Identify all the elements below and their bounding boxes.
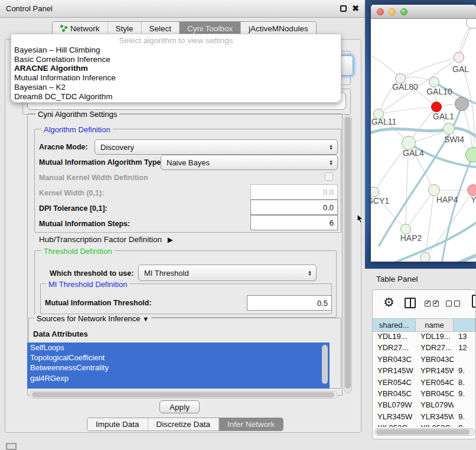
mi-type-combo[interactable]: Naive Bayes ▲▼ [161,155,338,170]
node-label: GCY1 [371,196,389,206]
attribute-item[interactable]: TopologicalCoefficient [27,353,330,363]
tab-cyni-toolbox[interactable]: Cyni Toolbox [180,22,241,35]
network-node-right-pink[interactable] [467,184,476,196]
network-node-gray-node[interactable] [455,97,469,111]
table-cell: YBL079W [373,400,416,412]
mi-type-value: Naive Bayes [167,158,210,167]
bottom-tab-impute-data[interactable]: Impute Data [87,418,148,431]
table-row[interactable]: YLR345WYLR345W9. [373,412,475,423]
settings-vertical-scrollbar[interactable] [344,115,352,393]
mi-steps-field[interactable]: 6 [250,215,338,230]
hub-definition-toggle[interactable]: Hub/Transcription Factor Definition ▶ [39,235,173,244]
table-cell: YBR043C [416,355,454,366]
settings-group-title: Cyni Algorithm Settings [35,110,119,119]
network-node-swi4[interactable] [443,123,455,135]
network-node-hap4[interactable] [428,184,440,196]
data-attributes-list[interactable]: SelfLoopsTopologicalCoefficientBetweenne… [27,343,330,389]
stepper-icon: ▲▼ [329,144,333,150]
bottom-tab-discretize-data[interactable]: Discretize Data [148,418,220,431]
table-horizontal-scrollbar[interactable] [374,428,475,436]
bottom-tab-infer-network[interactable]: Infer Network [219,418,283,431]
algorithm-option[interactable]: Dream8 DC_TDC Algorithm [11,92,341,102]
kernel-width-value: 0.0 [323,188,334,197]
table-cell: YBR043C [373,355,416,366]
gear-icon[interactable]: ⚙ [383,296,395,309]
table-cell: YIL052C [416,423,454,427]
table-cell: YBL079W [416,400,454,412]
network-node-bottom-partial[interactable] [420,252,431,262]
minimize-light-icon[interactable] [389,8,396,15]
apply-button[interactable]: Apply [159,400,200,413]
collapsed-panel-icon[interactable] [6,443,17,450]
node-label: GAL4 [403,148,424,158]
mi-steps-label: Mutual Information Steps: [39,220,130,228]
which-threshold-combo[interactable]: MI Threshold ▲▼ [138,265,317,281]
attribute-item[interactable]: BetweennessCentrality [27,363,330,373]
control-panel-titlebar: Control Panel ✖ [0,0,365,18]
mouse-cursor [357,214,364,224]
table-cell: YBR045C [373,389,416,400]
attribute-item[interactable]: SelfLoops [27,343,330,353]
mi-threshold-value: 0.5 [317,299,328,308]
table-row[interactable]: YIL052CYIL052C9 [373,423,475,427]
unchecked-boxes-icon[interactable] [446,301,460,306]
network-view-window[interactable]: GALGAL80GAL10GAL1GAL11SWI4GAL4GCY1HAP4YH… [371,5,476,262]
column-header[interactable]: name [416,319,454,331]
network-canvas[interactable]: GALGAL80GAL10GAL1GAL11SWI4GAL4GCY1HAP4YH… [371,19,476,262]
checked-boxes-icon[interactable] [425,301,439,306]
algorithm-dropdown-list: Select algorithm to view settings Bayesi… [11,34,341,103]
algorithm-option[interactable]: Basic Correlation Inference [11,55,341,64]
stepper-icon: ▲▼ [308,270,312,276]
table-cell: YDR27... [373,343,416,354]
table-row[interactable]: YBL079WYBL079W [373,400,475,412]
kernel-width-field[interactable]: 0.0 [250,184,338,200]
mi-threshold-group-title: MI Threshold Definition [46,280,129,289]
document-icon[interactable] [472,295,476,308]
attribute-item[interactable]: gal4RGexp [27,373,330,383]
column-header[interactable]: shared... [373,319,416,331]
table-toolbar: ⚙ [373,290,475,318]
node-label: GAL80 [392,82,418,92]
table-row[interactable]: YBR043CYBR043C [373,355,475,366]
network-window-titlebar[interactable] [371,5,476,19]
hub-definition-label: Hub/Transcription Factor Definition [39,235,162,244]
node-label: GAL [452,64,469,74]
manual-kernel-checkbox[interactable] [325,172,333,181]
zoom-light-icon[interactable] [400,8,407,15]
network-node-gal1[interactable] [431,102,442,112]
mi-steps-value: 6 [330,219,334,227]
float-icon[interactable] [340,5,347,12]
aracne-mode-value: Discovery [100,143,134,152]
table-row[interactable]: YPR145WYPR145W9. [373,366,475,377]
close-icon[interactable]: ✖ [352,5,359,12]
algorithm-option[interactable]: Bayesian – Hill Climbing [11,45,341,55]
column-header[interactable] [454,319,475,331]
algorithm-option[interactable]: ARACNE Algorithm [11,64,341,73]
table-row[interactable]: YER054CYER054C8. [373,378,475,389]
network-node-gal2[interactable] [454,52,464,63]
table-row[interactable]: YBR045CYBR045C9. [373,389,475,400]
aracne-mode-label: Aracne Mode: [39,143,88,151]
panel-title: Control Panel [6,4,53,13]
aracne-mode-combo[interactable]: Discovery ▲▼ [94,139,338,155]
which-threshold-label: Which threshold to use: [50,269,133,278]
table-row[interactable]: YDR27...YDR27...12 [373,343,475,354]
mi-threshold-field[interactable]: 0.5 [247,295,332,311]
columns-icon[interactable] [405,298,416,308]
table-body: YDL19...YDL19...13YDR27...YDR27...12YBR0… [373,332,475,427]
dpi-tolerance-field[interactable]: 0.0 [250,200,338,215]
network-node-gal10[interactable] [429,77,439,87]
node-label: GAL11 [371,117,397,126]
tab-style[interactable]: Style [108,22,142,35]
algorithm-option[interactable]: Bayesian – K2 [11,83,341,92]
tab-jactivemnodules[interactable]: jActiveMNodules [241,22,316,35]
attributes-scrollbar[interactable] [321,344,330,387]
algorithm-option[interactable]: Mutual Information Inference [11,73,341,83]
table-cell: YDL19... [373,332,416,343]
sources-group-title[interactable]: Sources for Network Inference ▼ [34,314,151,323]
settings-horizontal-scrollbar[interactable] [30,391,338,399]
close-light-icon[interactable] [377,8,384,15]
table-row[interactable]: YDL19...YDL19...13 [373,332,475,343]
tab-select[interactable]: Select [142,22,180,35]
tab-network[interactable]: Network [53,22,108,35]
